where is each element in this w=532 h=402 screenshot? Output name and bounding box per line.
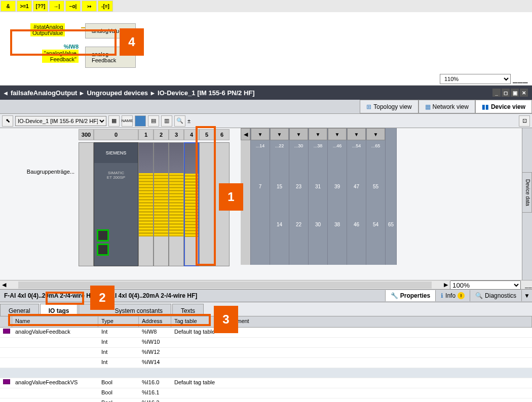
tab-properties[interactable]: 🔧 Properties xyxy=(385,290,435,301)
tab-info[interactable]: ℹ Info ! xyxy=(435,290,470,301)
maximize-icon[interactable]: ▣ xyxy=(511,89,519,97)
exp-col-3[interactable]: ▼...383130 xyxy=(309,128,328,265)
slot-0[interactable]: 0 xyxy=(94,129,138,140)
table-row[interactable]: Bool%I16.2 xyxy=(0,398,532,402)
table-row[interactable]: Int%IW12 xyxy=(0,348,532,358)
toolbar-and[interactable]: & xyxy=(1,1,16,12)
cell-address[interactable]: %IW12 xyxy=(139,348,171,357)
cell-comment[interactable] xyxy=(222,338,532,347)
cell-address[interactable]: %IW8 xyxy=(139,328,171,337)
rack-module-3[interactable] xyxy=(169,142,184,266)
cell-comment[interactable] xyxy=(222,348,532,357)
exp-scroll-left[interactable]: ◀ xyxy=(241,128,250,140)
cell-address[interactable]: %I16.0 xyxy=(139,378,171,388)
slot-1[interactable]: 1 xyxy=(138,129,154,140)
cell-tagtable[interactable]: Default tag table xyxy=(171,378,222,388)
cell-type[interactable]: Bool xyxy=(98,388,139,398)
toolbar-assign[interactable]: →| xyxy=(49,1,64,12)
cell-name[interactable] xyxy=(12,358,98,368)
table-row[interactable]: Bool%I16.1 xyxy=(0,388,532,398)
rack-slot-300[interactable] xyxy=(79,142,94,266)
cell-name[interactable] xyxy=(12,338,98,347)
col-comment[interactable]: Comment xyxy=(222,316,532,327)
slot-300[interactable]: 300 xyxy=(79,129,94,140)
device-rack-area[interactable]: 300 0 1 2 3 4 5 6 SIEMENS SIMATIC ET 200… xyxy=(79,128,522,280)
device-select[interactable]: IO-Device_1 [IM 155-6 PN/2 HF] xyxy=(15,116,106,126)
cell-tagtable[interactable] xyxy=(171,338,222,347)
device-tb-icon-3[interactable] xyxy=(135,115,146,127)
cell-tagtable[interactable] xyxy=(171,398,222,402)
exp-col-7[interactable]: 65 xyxy=(386,128,397,265)
toolbar-branch[interactable]: ↣ xyxy=(82,1,97,12)
toolbar-neg[interactable]: −o| xyxy=(65,1,81,12)
cpu-port-1[interactable] xyxy=(97,229,109,242)
cell-tagtable[interactable] xyxy=(171,348,222,357)
tab-device[interactable]: ▮▮ Device view xyxy=(475,100,532,113)
cell-address[interactable]: %I16.2 xyxy=(139,398,171,402)
exp-col-6[interactable]: ▼...655554 xyxy=(366,128,386,265)
cell-type[interactable]: Int xyxy=(98,358,139,368)
cell-name[interactable] xyxy=(12,398,98,402)
close-icon[interactable]: ✕ xyxy=(520,89,528,97)
props-collapse-icon[interactable]: ▼ xyxy=(521,290,532,301)
zoom-select-editor[interactable]: 110% xyxy=(440,74,511,84)
cell-type[interactable]: Int xyxy=(98,338,139,347)
table-row[interactable]: analogValueFeedbackVSBool%I16.0Default t… xyxy=(0,378,532,388)
toolbar-geq1[interactable]: >=1 xyxy=(17,1,32,12)
cell-type[interactable]: Bool xyxy=(98,378,139,388)
toolbar-compare[interactable]: -[=] xyxy=(98,1,113,12)
tab-diagnostics[interactable]: 🔍 Diagnostics xyxy=(470,290,521,301)
slot-2[interactable]: 2 xyxy=(154,129,169,140)
cell-tagtable[interactable] xyxy=(171,358,222,368)
slot-3[interactable]: 3 xyxy=(169,129,184,140)
cell-comment[interactable] xyxy=(222,388,532,398)
rack-cpu-module[interactable]: SIEMENS SIMATIC ET 200SP xyxy=(94,142,138,266)
cell-name[interactable] xyxy=(12,348,98,357)
zoom-in-icon[interactable]: 🔍 xyxy=(174,115,185,127)
table-row[interactable]: Int%IW10 xyxy=(0,338,532,348)
exp-col-1[interactable]: ▼...221514 xyxy=(270,128,289,265)
table-row[interactable]: Int%IW14 xyxy=(0,358,532,368)
device-tb-icon-4[interactable]: ▤ xyxy=(148,115,159,127)
cell-address[interactable]: %I16.1 xyxy=(139,388,171,398)
toolbar-unknown[interactable]: [??] xyxy=(33,1,48,12)
breadcrumb-part-1[interactable]: Ungrouped devices xyxy=(87,89,148,97)
cell-comment[interactable] xyxy=(222,358,532,368)
side-panel-device-data[interactable]: Device data xyxy=(522,172,532,213)
zoom-slider-icon[interactable]: ⎯⎯⎯ xyxy=(513,74,528,84)
zoom-plus-icon[interactable]: ± xyxy=(187,118,191,124)
tab-network[interactable]: ▦ Network view xyxy=(419,100,475,113)
breadcrumb-part-2[interactable]: IO-Device_1 [IM 155-6 PN/2 HF] xyxy=(158,89,254,97)
cell-comment[interactable] xyxy=(222,378,532,388)
slot-6[interactable]: 6 xyxy=(214,129,230,140)
cpu-port-2[interactable] xyxy=(97,244,109,256)
device-tb-icon-right[interactable]: ⊡ xyxy=(519,115,530,127)
cell-address[interactable]: %IW10 xyxy=(139,338,171,347)
device-nav-icon[interactable]: ⬉ xyxy=(2,115,13,127)
zoom-slider-device[interactable]: ⎯⎯ xyxy=(525,282,532,288)
table-row[interactable]: analogValueFeedbackInt%IW8Default tag ta… xyxy=(0,328,532,338)
exp-col-5[interactable]: ▼...544746 xyxy=(347,128,366,265)
cell-comment[interactable] xyxy=(222,398,532,402)
exp-col-2[interactable]: ▼...302322 xyxy=(289,128,309,265)
exp-col-4[interactable]: ▼...463938 xyxy=(328,128,347,265)
cell-type[interactable]: Int xyxy=(98,328,139,337)
cell-type[interactable]: Int xyxy=(98,348,139,357)
device-tb-icon-5[interactable]: ▥ xyxy=(161,115,172,127)
zoom-select-device[interactable]: 100% xyxy=(450,280,521,290)
exp-col-0[interactable]: ▼...147 xyxy=(251,128,270,265)
device-tb-icon-2[interactable]: NAME xyxy=(122,115,133,127)
cell-name[interactable]: analogValueFeedbackVS xyxy=(12,378,98,388)
cell-comment[interactable] xyxy=(222,328,532,337)
rack-module-2[interactable] xyxy=(154,142,169,266)
device-view[interactable]: Baugruppenträge... 300 0 1 2 3 4 5 6 SIE… xyxy=(0,128,532,280)
table-row[interactable] xyxy=(0,368,532,378)
cell-name[interactable] xyxy=(12,388,98,398)
cell-name[interactable]: analogValueFeedback xyxy=(12,328,98,337)
minimize-icon[interactable]: _ xyxy=(492,89,501,97)
breadcrumb-part-0[interactable]: failsafeAnalogOutput xyxy=(11,89,77,97)
rack-module-1[interactable] xyxy=(138,142,154,266)
hscroll-device[interactable]: ◀ ▶ 100% ⎯⎯ xyxy=(0,280,532,289)
cell-address[interactable]: %IW14 xyxy=(139,358,171,368)
restore-icon[interactable]: ◻ xyxy=(502,89,510,97)
